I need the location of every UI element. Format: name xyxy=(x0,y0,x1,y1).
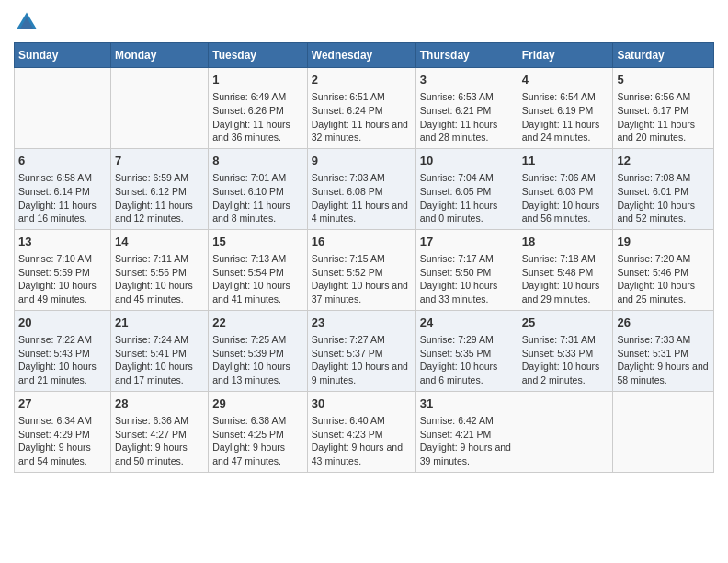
day-number: 25 xyxy=(522,315,609,331)
week-row-3: 13Sunrise: 7:10 AM Sunset: 5:59 PM Dayli… xyxy=(15,229,714,310)
header-row: SundayMondayTuesdayWednesdayThursdayFrid… xyxy=(15,43,714,68)
col-header-sunday: Sunday xyxy=(15,43,111,68)
day-cell: 17Sunrise: 7:17 AM Sunset: 5:50 PM Dayli… xyxy=(415,229,518,310)
day-number: 22 xyxy=(212,315,303,331)
day-number: 29 xyxy=(212,396,303,412)
day-number: 17 xyxy=(420,234,514,250)
day-number: 9 xyxy=(312,153,412,169)
day-cell: 31Sunrise: 6:42 AM Sunset: 4:21 PM Dayli… xyxy=(415,391,518,472)
day-info: Sunrise: 7:10 AM Sunset: 5:59 PM Dayligh… xyxy=(18,252,107,306)
day-number: 12 xyxy=(617,153,710,169)
day-number: 10 xyxy=(420,153,514,169)
logo-icon xyxy=(14,9,40,35)
day-number: 2 xyxy=(312,72,412,88)
col-header-tuesday: Tuesday xyxy=(209,43,308,68)
day-number: 4 xyxy=(522,72,609,88)
day-number: 31 xyxy=(420,396,514,412)
week-row-5: 27Sunrise: 6:34 AM Sunset: 4:29 PM Dayli… xyxy=(15,391,714,472)
day-info: Sunrise: 6:58 AM Sunset: 6:14 PM Dayligh… xyxy=(18,171,107,225)
day-cell: 20Sunrise: 7:22 AM Sunset: 5:43 PM Dayli… xyxy=(15,310,111,391)
day-cell: 24Sunrise: 7:29 AM Sunset: 5:35 PM Dayli… xyxy=(415,310,518,391)
day-info: Sunrise: 6:59 AM Sunset: 6:12 PM Dayligh… xyxy=(115,171,204,225)
col-header-monday: Monday xyxy=(111,43,209,68)
day-info: Sunrise: 6:51 AM Sunset: 6:24 PM Dayligh… xyxy=(312,90,412,144)
day-number: 24 xyxy=(420,315,514,331)
day-info: Sunrise: 7:18 AM Sunset: 5:48 PM Dayligh… xyxy=(522,252,609,306)
day-info: Sunrise: 7:04 AM Sunset: 6:05 PM Dayligh… xyxy=(420,171,514,225)
col-header-friday: Friday xyxy=(518,43,613,68)
day-cell: 11Sunrise: 7:06 AM Sunset: 6:03 PM Dayli… xyxy=(518,148,613,229)
day-info: Sunrise: 6:40 AM Sunset: 4:23 PM Dayligh… xyxy=(312,414,412,468)
day-info: Sunrise: 6:53 AM Sunset: 6:21 PM Dayligh… xyxy=(420,90,514,144)
day-number: 26 xyxy=(617,315,710,331)
day-info: Sunrise: 7:24 AM Sunset: 5:41 PM Dayligh… xyxy=(115,333,204,387)
day-cell: 7Sunrise: 6:59 AM Sunset: 6:12 PM Daylig… xyxy=(111,148,209,229)
day-cell: 8Sunrise: 7:01 AM Sunset: 6:10 PM Daylig… xyxy=(209,148,308,229)
day-cell: 1Sunrise: 6:49 AM Sunset: 6:26 PM Daylig… xyxy=(209,68,308,149)
day-cell xyxy=(111,68,209,149)
day-number: 6 xyxy=(18,153,107,169)
day-cell: 22Sunrise: 7:25 AM Sunset: 5:39 PM Dayli… xyxy=(209,310,308,391)
day-info: Sunrise: 6:34 AM Sunset: 4:29 PM Dayligh… xyxy=(18,414,107,468)
day-info: Sunrise: 6:56 AM Sunset: 6:17 PM Dayligh… xyxy=(617,90,710,144)
day-cell: 29Sunrise: 6:38 AM Sunset: 4:25 PM Dayli… xyxy=(209,391,308,472)
day-cell: 9Sunrise: 7:03 AM Sunset: 6:08 PM Daylig… xyxy=(307,148,415,229)
day-number: 21 xyxy=(115,315,204,331)
day-number: 13 xyxy=(18,234,107,250)
day-info: Sunrise: 6:49 AM Sunset: 6:26 PM Dayligh… xyxy=(212,90,303,144)
day-info: Sunrise: 7:29 AM Sunset: 5:35 PM Dayligh… xyxy=(420,333,514,387)
day-cell: 6Sunrise: 6:58 AM Sunset: 6:14 PM Daylig… xyxy=(15,148,111,229)
day-number: 20 xyxy=(18,315,107,331)
week-row-2: 6Sunrise: 6:58 AM Sunset: 6:14 PM Daylig… xyxy=(15,148,714,229)
day-info: Sunrise: 7:13 AM Sunset: 5:54 PM Dayligh… xyxy=(212,252,303,306)
day-info: Sunrise: 7:08 AM Sunset: 6:01 PM Dayligh… xyxy=(617,171,710,225)
day-number: 7 xyxy=(115,153,204,169)
day-cell: 19Sunrise: 7:20 AM Sunset: 5:46 PM Dayli… xyxy=(613,229,714,310)
day-number: 1 xyxy=(212,72,303,88)
day-info: Sunrise: 7:17 AM Sunset: 5:50 PM Dayligh… xyxy=(420,252,514,306)
day-cell: 12Sunrise: 7:08 AM Sunset: 6:01 PM Dayli… xyxy=(613,148,714,229)
day-info: Sunrise: 6:54 AM Sunset: 6:19 PM Dayligh… xyxy=(522,90,609,144)
col-header-thursday: Thursday xyxy=(415,43,518,68)
day-number: 30 xyxy=(312,396,412,412)
day-info: Sunrise: 7:11 AM Sunset: 5:56 PM Dayligh… xyxy=(115,252,204,306)
day-info: Sunrise: 7:31 AM Sunset: 5:33 PM Dayligh… xyxy=(522,333,609,387)
day-cell xyxy=(613,391,714,472)
day-cell xyxy=(15,68,111,149)
day-info: Sunrise: 7:27 AM Sunset: 5:37 PM Dayligh… xyxy=(312,333,412,387)
day-info: Sunrise: 7:25 AM Sunset: 5:39 PM Dayligh… xyxy=(212,333,303,387)
day-info: Sunrise: 7:06 AM Sunset: 6:03 PM Dayligh… xyxy=(522,171,609,225)
header xyxy=(14,9,714,35)
day-cell: 15Sunrise: 7:13 AM Sunset: 5:54 PM Dayli… xyxy=(209,229,308,310)
day-cell: 14Sunrise: 7:11 AM Sunset: 5:56 PM Dayli… xyxy=(111,229,209,310)
day-number: 8 xyxy=(212,153,303,169)
day-cell: 21Sunrise: 7:24 AM Sunset: 5:41 PM Dayli… xyxy=(111,310,209,391)
day-cell: 25Sunrise: 7:31 AM Sunset: 5:33 PM Dayli… xyxy=(518,310,613,391)
day-number: 3 xyxy=(420,72,514,88)
day-info: Sunrise: 7:03 AM Sunset: 6:08 PM Dayligh… xyxy=(312,171,412,225)
logo xyxy=(14,9,43,35)
day-number: 28 xyxy=(115,396,204,412)
week-row-4: 20Sunrise: 7:22 AM Sunset: 5:43 PM Dayli… xyxy=(15,310,714,391)
day-number: 18 xyxy=(522,234,609,250)
day-cell xyxy=(518,391,613,472)
day-cell: 26Sunrise: 7:33 AM Sunset: 5:31 PM Dayli… xyxy=(613,310,714,391)
col-header-saturday: Saturday xyxy=(613,43,714,68)
day-info: Sunrise: 7:22 AM Sunset: 5:43 PM Dayligh… xyxy=(18,333,107,387)
day-info: Sunrise: 6:38 AM Sunset: 4:25 PM Dayligh… xyxy=(212,414,303,468)
day-cell: 23Sunrise: 7:27 AM Sunset: 5:37 PM Dayli… xyxy=(307,310,415,391)
calendar-table: SundayMondayTuesdayWednesdayThursdayFrid… xyxy=(14,42,714,473)
day-cell: 3Sunrise: 6:53 AM Sunset: 6:21 PM Daylig… xyxy=(415,68,518,149)
col-header-wednesday: Wednesday xyxy=(307,43,415,68)
day-cell: 16Sunrise: 7:15 AM Sunset: 5:52 PM Dayli… xyxy=(307,229,415,310)
day-number: 19 xyxy=(617,234,710,250)
day-number: 15 xyxy=(212,234,303,250)
day-info: Sunrise: 6:36 AM Sunset: 4:27 PM Dayligh… xyxy=(115,414,204,468)
day-cell: 27Sunrise: 6:34 AM Sunset: 4:29 PM Dayli… xyxy=(15,391,111,472)
day-cell: 18Sunrise: 7:18 AM Sunset: 5:48 PM Dayli… xyxy=(518,229,613,310)
day-cell: 10Sunrise: 7:04 AM Sunset: 6:05 PM Dayli… xyxy=(415,148,518,229)
day-info: Sunrise: 6:42 AM Sunset: 4:21 PM Dayligh… xyxy=(420,414,514,468)
day-cell: 30Sunrise: 6:40 AM Sunset: 4:23 PM Dayli… xyxy=(307,391,415,472)
day-cell: 4Sunrise: 6:54 AM Sunset: 6:19 PM Daylig… xyxy=(518,68,613,149)
day-cell: 28Sunrise: 6:36 AM Sunset: 4:27 PM Dayli… xyxy=(111,391,209,472)
